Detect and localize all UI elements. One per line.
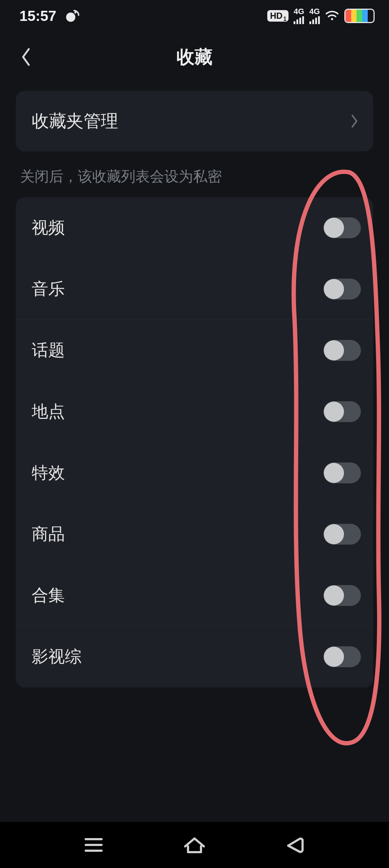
toggle-switch[interactable]: [323, 279, 361, 300]
svg-point-1: [75, 12, 77, 14]
chevron-left-icon: [20, 47, 32, 67]
toggle-switch[interactable]: [323, 340, 361, 361]
page-title: 收藏: [176, 45, 213, 69]
toggle-label: 影视综: [32, 646, 81, 668]
toggle-row: 话题: [16, 320, 373, 381]
app-header: 收藏: [0, 32, 389, 82]
toggle-switch[interactable]: [323, 646, 361, 667]
nav-back-button[interactable]: [281, 833, 310, 856]
back-button[interactable]: [13, 44, 39, 70]
svg-point-2: [331, 18, 333, 20]
toggle-row: 合集: [16, 565, 373, 626]
toggle-label: 视频: [32, 217, 65, 239]
status-time: 15:57: [19, 8, 56, 24]
toggle-row: 商品: [16, 504, 373, 565]
toggle-row: 视频: [16, 197, 373, 258]
hd-badge: HD1: [267, 10, 289, 22]
toggle-switch[interactable]: [323, 524, 361, 545]
wifi-icon: [325, 8, 339, 24]
menu-icon: [82, 836, 105, 854]
status-bar: 15:57 HD1 4G 4G: [0, 0, 389, 32]
signal-1-icon: 4G: [294, 8, 304, 24]
favorites-management-label: 收藏夹管理: [32, 110, 118, 133]
toggle-switch[interactable]: [323, 462, 361, 483]
nav-home-button[interactable]: [180, 833, 209, 856]
toggle-row: 特效: [16, 442, 373, 504]
toggle-label: 合集: [32, 584, 65, 607]
toggle-label: 商品: [32, 523, 65, 545]
toggle-label: 地点: [32, 400, 65, 423]
toggle-row: 影视综: [16, 626, 373, 687]
toggle-label: 音乐: [32, 278, 65, 300]
toggle-switch[interactable]: [323, 217, 361, 238]
toggle-label: 话题: [32, 339, 65, 362]
home-icon: [183, 836, 206, 854]
chevron-right-icon: [350, 114, 359, 128]
toggle-list: 视频音乐话题地点特效商品合集影视综: [16, 197, 373, 687]
privacy-hint: 关闭后，该收藏列表会设为私密: [16, 151, 373, 197]
nav-recent-button[interactable]: [79, 833, 108, 856]
android-nav-bar: [0, 822, 389, 868]
weibo-icon: [64, 8, 80, 24]
svg-point-0: [66, 13, 76, 22]
favorites-management-row[interactable]: 收藏夹管理: [16, 91, 373, 151]
toggle-label: 特效: [32, 462, 65, 484]
battery-icon: [344, 9, 375, 23]
signal-2-icon: 4G: [309, 8, 320, 24]
back-icon: [284, 836, 307, 854]
toggle-row: 地点: [16, 381, 373, 442]
toggle-row: 音乐: [16, 258, 373, 320]
toggle-switch[interactable]: [323, 401, 361, 422]
toggle-switch[interactable]: [323, 585, 361, 606]
